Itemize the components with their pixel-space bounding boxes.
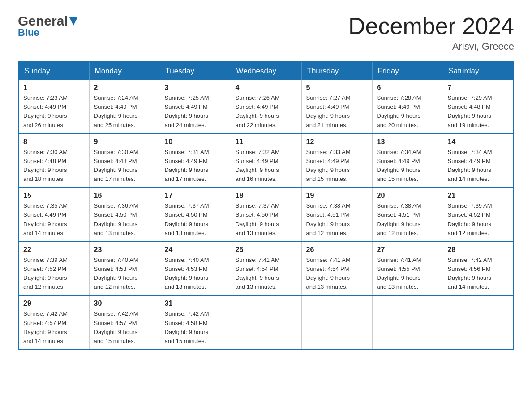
day-info: Sunrise: 7:41 AM Sunset: 4:54 PM Dayligh…: [236, 256, 297, 292]
day-number: 5: [306, 84, 368, 92]
calendar-cell: 27 Sunrise: 7:41 AM Sunset: 4:55 PM Dayl…: [372, 242, 443, 296]
svg-marker-0: [69, 17, 77, 26]
calendar-cell: [301, 295, 372, 350]
day-info: Sunrise: 7:33 AM Sunset: 4:49 PM Dayligh…: [306, 148, 368, 184]
day-number: 14: [448, 138, 509, 146]
calendar-week-4: 22 Sunrise: 7:39 AM Sunset: 4:52 PM Dayl…: [18, 242, 514, 296]
page-header: General Blue December 2024 Arisvi, Greec…: [18, 13, 514, 52]
logo-blue-text: Blue: [18, 27, 39, 39]
header-friday: Friday: [372, 62, 443, 80]
main-title: December 2024: [348, 13, 514, 39]
day-number: 12: [306, 138, 368, 146]
day-info: Sunrise: 7:23 AM Sunset: 4:49 PM Dayligh…: [23, 94, 85, 130]
calendar-header: Sunday Monday Tuesday Wednesday Thursday…: [18, 62, 514, 80]
day-number: 13: [377, 138, 438, 146]
day-info: Sunrise: 7:39 AM Sunset: 4:52 PM Dayligh…: [23, 256, 85, 292]
day-info: Sunrise: 7:30 AM Sunset: 4:48 PM Dayligh…: [94, 148, 155, 184]
day-number: 23: [94, 246, 155, 254]
day-number: 30: [94, 300, 155, 308]
header-row: Sunday Monday Tuesday Wednesday Thursday…: [18, 62, 514, 80]
day-info: Sunrise: 7:42 AM Sunset: 4:58 PM Dayligh…: [165, 309, 226, 346]
day-number: 29: [23, 300, 85, 308]
calendar-cell: 28 Sunrise: 7:42 AM Sunset: 4:56 PM Dayl…: [443, 242, 514, 296]
logo: General Blue: [18, 13, 77, 39]
day-number: 21: [448, 192, 509, 200]
calendar-cell: 12 Sunrise: 7:33 AM Sunset: 4:49 PM Dayl…: [301, 134, 372, 188]
day-info: Sunrise: 7:42 AM Sunset: 4:57 PM Dayligh…: [23, 309, 85, 346]
calendar-cell: 3 Sunrise: 7:25 AM Sunset: 4:49 PM Dayli…: [160, 80, 231, 134]
calendar-cell: [443, 295, 514, 350]
calendar-cell: 1 Sunrise: 7:23 AM Sunset: 4:49 PM Dayli…: [18, 80, 89, 134]
calendar-week-1: 1 Sunrise: 7:23 AM Sunset: 4:49 PM Dayli…: [18, 80, 514, 134]
calendar-cell: 7 Sunrise: 7:29 AM Sunset: 4:48 PM Dayli…: [443, 80, 514, 134]
day-info: Sunrise: 7:40 AM Sunset: 4:53 PM Dayligh…: [165, 256, 226, 292]
day-info: Sunrise: 7:27 AM Sunset: 4:49 PM Dayligh…: [306, 94, 368, 130]
day-number: 1: [23, 84, 85, 92]
title-section: December 2024 Arisvi, Greece: [348, 13, 514, 52]
day-number: 31: [165, 300, 226, 308]
calendar-cell: [231, 295, 301, 350]
calendar-cell: 22 Sunrise: 7:39 AM Sunset: 4:52 PM Dayl…: [18, 242, 89, 296]
calendar-cell: 17 Sunrise: 7:37 AM Sunset: 4:50 PM Dayl…: [160, 188, 231, 242]
day-info: Sunrise: 7:36 AM Sunset: 4:50 PM Dayligh…: [94, 201, 155, 238]
day-info: Sunrise: 7:29 AM Sunset: 4:48 PM Dayligh…: [448, 94, 509, 130]
calendar-cell: 10 Sunrise: 7:31 AM Sunset: 4:49 PM Dayl…: [160, 134, 231, 188]
calendar-cell: 21 Sunrise: 7:39 AM Sunset: 4:52 PM Dayl…: [443, 188, 514, 242]
day-number: 6: [377, 84, 438, 92]
day-info: Sunrise: 7:31 AM Sunset: 4:49 PM Dayligh…: [165, 148, 226, 184]
day-number: 9: [94, 138, 155, 146]
calendar-cell: 13 Sunrise: 7:34 AM Sunset: 4:49 PM Dayl…: [372, 134, 443, 188]
calendar-cell: 26 Sunrise: 7:41 AM Sunset: 4:54 PM Dayl…: [301, 242, 372, 296]
calendar-cell: 6 Sunrise: 7:28 AM Sunset: 4:49 PM Dayli…: [372, 80, 443, 134]
day-number: 11: [236, 138, 297, 146]
day-number: 28: [448, 246, 509, 254]
day-info: Sunrise: 7:39 AM Sunset: 4:52 PM Dayligh…: [448, 201, 509, 238]
header-sunday: Sunday: [18, 62, 89, 80]
day-info: Sunrise: 7:35 AM Sunset: 4:49 PM Dayligh…: [23, 201, 85, 238]
calendar-cell: [372, 295, 443, 350]
calendar-week-3: 15 Sunrise: 7:35 AM Sunset: 4:49 PM Dayl…: [18, 188, 514, 242]
day-info: Sunrise: 7:42 AM Sunset: 4:57 PM Dayligh…: [94, 309, 155, 346]
logo-triangle-icon: [69, 17, 77, 27]
day-info: Sunrise: 7:41 AM Sunset: 4:55 PM Dayligh…: [377, 256, 438, 292]
calendar-cell: 16 Sunrise: 7:36 AM Sunset: 4:50 PM Dayl…: [89, 188, 160, 242]
day-info: Sunrise: 7:34 AM Sunset: 4:49 PM Dayligh…: [377, 148, 438, 184]
day-info: Sunrise: 7:26 AM Sunset: 4:49 PM Dayligh…: [236, 94, 297, 130]
day-number: 3: [165, 84, 226, 92]
day-info: Sunrise: 7:42 AM Sunset: 4:56 PM Dayligh…: [448, 256, 509, 292]
calendar-cell: 31 Sunrise: 7:42 AM Sunset: 4:58 PM Dayl…: [160, 295, 231, 350]
day-number: 19: [306, 192, 368, 200]
day-number: 27: [377, 246, 438, 254]
day-info: Sunrise: 7:37 AM Sunset: 4:50 PM Dayligh…: [165, 201, 226, 238]
day-info: Sunrise: 7:38 AM Sunset: 4:51 PM Dayligh…: [377, 201, 438, 238]
calendar-cell: 11 Sunrise: 7:32 AM Sunset: 4:49 PM Dayl…: [231, 134, 301, 188]
day-number: 7: [448, 84, 509, 92]
logo-general-text: General: [18, 13, 68, 29]
calendar-table: Sunday Monday Tuesday Wednesday Thursday…: [18, 61, 514, 350]
header-thursday: Thursday: [301, 62, 372, 80]
header-wednesday: Wednesday: [231, 62, 301, 80]
calendar-week-2: 8 Sunrise: 7:30 AM Sunset: 4:48 PM Dayli…: [18, 134, 514, 188]
subtitle: Arisvi, Greece: [348, 41, 514, 52]
calendar-cell: 25 Sunrise: 7:41 AM Sunset: 4:54 PM Dayl…: [231, 242, 301, 296]
calendar-cell: 4 Sunrise: 7:26 AM Sunset: 4:49 PM Dayli…: [231, 80, 301, 134]
day-info: Sunrise: 7:32 AM Sunset: 4:49 PM Dayligh…: [236, 148, 297, 184]
day-number: 22: [23, 246, 85, 254]
day-number: 10: [165, 138, 226, 146]
day-number: 15: [23, 192, 85, 200]
calendar-cell: 19 Sunrise: 7:38 AM Sunset: 4:51 PM Dayl…: [301, 188, 372, 242]
day-info: Sunrise: 7:28 AM Sunset: 4:49 PM Dayligh…: [377, 94, 438, 130]
day-number: 26: [306, 246, 368, 254]
calendar-cell: 18 Sunrise: 7:37 AM Sunset: 4:50 PM Dayl…: [231, 188, 301, 242]
calendar-cell: 15 Sunrise: 7:35 AM Sunset: 4:49 PM Dayl…: [18, 188, 89, 242]
day-number: 2: [94, 84, 155, 92]
day-info: Sunrise: 7:25 AM Sunset: 4:49 PM Dayligh…: [165, 94, 226, 130]
calendar-cell: 2 Sunrise: 7:24 AM Sunset: 4:49 PM Dayli…: [89, 80, 160, 134]
day-number: 4: [236, 84, 297, 92]
calendar-cell: 5 Sunrise: 7:27 AM Sunset: 4:49 PM Dayli…: [301, 80, 372, 134]
calendar-body: 1 Sunrise: 7:23 AM Sunset: 4:49 PM Dayli…: [18, 80, 514, 350]
calendar-cell: 14 Sunrise: 7:34 AM Sunset: 4:49 PM Dayl…: [443, 134, 514, 188]
header-tuesday: Tuesday: [160, 62, 231, 80]
calendar-cell: 23 Sunrise: 7:40 AM Sunset: 4:53 PM Dayl…: [89, 242, 160, 296]
day-number: 20: [377, 192, 438, 200]
